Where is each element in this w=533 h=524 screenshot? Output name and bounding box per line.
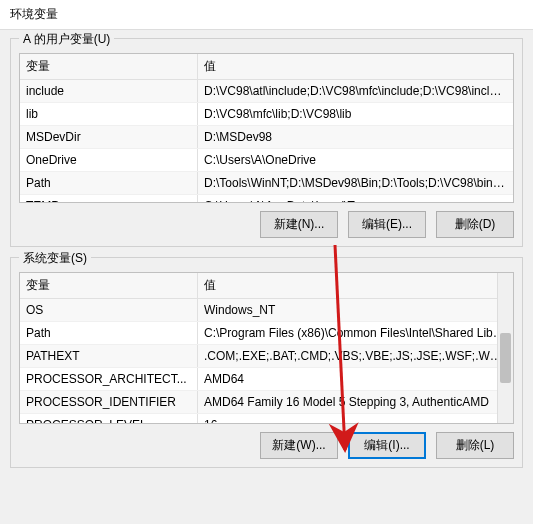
table-row[interactable]: MSDevDirD:\MSDev98 <box>20 126 513 149</box>
user-vars-header: 变量 值 <box>20 54 513 80</box>
table-row[interactable]: PathD:\Tools\WinNT;D:\MSDev98\Bin;D:\Too… <box>20 172 513 195</box>
col-header-var[interactable]: 变量 <box>20 54 198 79</box>
table-row[interactable]: PROCESSOR_ARCHITECT...AMD64 <box>20 368 513 391</box>
system-vars-label: 系统变量(S) <box>19 250 91 267</box>
table-row[interactable]: OSWindows_NT <box>20 299 513 322</box>
system-vars-table[interactable]: 变量 值 OSWindows_NT PathC:\Program Files (… <box>19 272 514 424</box>
user-delete-button[interactable]: 删除(D) <box>436 211 514 238</box>
table-row[interactable]: PathC:\Program Files (x86)\Common Files\… <box>20 322 513 345</box>
dialog-title: 环境变量 <box>0 0 533 30</box>
table-row[interactable]: PATHEXT.COM;.EXE;.BAT;.CMD;.VBS;.VBE;.JS… <box>20 345 513 368</box>
table-row[interactable]: OneDriveC:\Users\A\OneDrive <box>20 149 513 172</box>
scrollbar-thumb[interactable] <box>500 333 511 383</box>
system-delete-button[interactable]: 删除(L) <box>436 432 514 459</box>
table-row[interactable]: TEMPC:\Users\A\AppData\Local\Temp <box>20 195 513 203</box>
col-header-val[interactable]: 值 <box>198 54 513 79</box>
system-edit-button[interactable]: 编辑(I)... <box>348 432 426 459</box>
table-row[interactable]: PROCESSOR_IDENTIFIERAMD64 Family 16 Mode… <box>20 391 513 414</box>
user-vars-body: includeD:\VC98\atl\include;D:\VC98\mfc\i… <box>20 80 513 203</box>
table-row[interactable]: includeD:\VC98\atl\include;D:\VC98\mfc\i… <box>20 80 513 103</box>
user-vars-label: A 的用户变量(U) <box>19 31 114 48</box>
system-vars-header: 变量 值 <box>20 273 513 299</box>
user-new-button[interactable]: 新建(N)... <box>260 211 338 238</box>
system-scrollbar[interactable] <box>497 273 513 423</box>
table-row[interactable]: libD:\VC98\mfc\lib;D:\VC98\lib <box>20 103 513 126</box>
system-vars-group: 系统变量(S) 变量 值 OSWindows_NT PathC:\Program… <box>10 257 523 468</box>
system-vars-body: OSWindows_NT PathC:\Program Files (x86)\… <box>20 299 513 424</box>
col-header-val[interactable]: 值 <box>198 273 513 298</box>
user-edit-button[interactable]: 编辑(E)... <box>348 211 426 238</box>
user-vars-table[interactable]: 变量 值 includeD:\VC98\atl\include;D:\VC98\… <box>19 53 514 203</box>
user-vars-group: A 的用户变量(U) 变量 值 includeD:\VC98\atl\inclu… <box>10 38 523 247</box>
system-new-button[interactable]: 新建(W)... <box>260 432 338 459</box>
table-row[interactable]: PROCESSOR_LEVEL16 <box>20 414 513 424</box>
col-header-var[interactable]: 变量 <box>20 273 198 298</box>
